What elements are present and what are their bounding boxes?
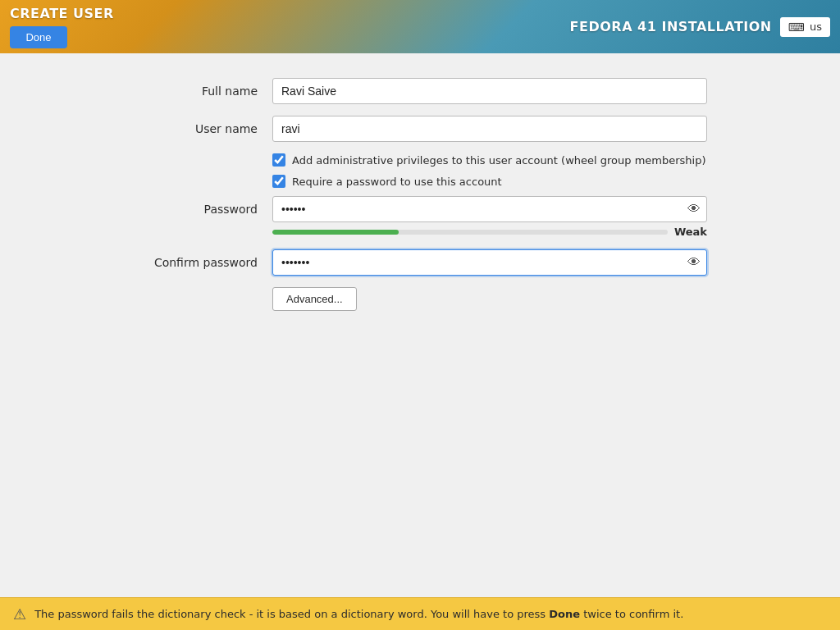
user-name-input-wrap	[272, 116, 707, 142]
main-content: Full name User name Add administrative p…	[0, 53, 840, 597]
password-row: Password 👁	[133, 196, 707, 222]
confirm-password-input-wrap: 👁	[272, 249, 707, 276]
strength-row: Weak	[272, 226, 707, 238]
user-name-row: User name	[133, 116, 707, 142]
confirm-password-label: Confirm password	[133, 256, 272, 269]
user-name-input[interactable]	[272, 116, 707, 142]
header-left: CREATE USER Done	[10, 6, 114, 48]
confirm-password-row: Confirm password 👁	[133, 249, 707, 276]
keyboard-indicator[interactable]: ⌨ us	[780, 17, 830, 37]
form-container: Full name User name Add administrative p…	[133, 78, 707, 311]
warning-text-before: The password fails the dictionary check …	[34, 608, 549, 620]
require-password-checkbox[interactable]	[272, 175, 285, 188]
header: CREATE USER Done FEDORA 41 INSTALLATION …	[0, 0, 840, 53]
done-button[interactable]: Done	[10, 26, 67, 48]
warning-bold-word: Done	[549, 608, 580, 620]
full-name-row: Full name	[133, 78, 707, 104]
advanced-row: Advanced...	[272, 287, 707, 311]
admin-checkbox-row: Add administrative privileges to this us…	[272, 153, 707, 167]
password-eye-icon[interactable]: 👁	[687, 203, 701, 216]
confirm-password-input[interactable]	[272, 249, 707, 276]
full-name-label: Full name	[133, 84, 272, 98]
require-password-row: Require a password to use this account	[272, 175, 707, 188]
warning-text-after: twice to confirm it.	[580, 608, 683, 620]
confirm-eye-icon[interactable]: 👁	[687, 256, 701, 269]
password-label: Password	[133, 203, 272, 216]
strength-label: Weak	[674, 226, 707, 238]
install-title: FEDORA 41 INSTALLATION	[570, 19, 772, 34]
require-password-label[interactable]: Require a password to use this account	[292, 176, 502, 188]
warning-bar: ⚠ The password fails the dictionary chec…	[0, 597, 840, 630]
password-input-wrap: 👁	[272, 196, 707, 222]
header-right: FEDORA 41 INSTALLATION ⌨ us	[570, 17, 830, 37]
user-name-label: User name	[133, 122, 272, 135]
full-name-input-wrap	[272, 78, 707, 104]
strength-bar-container	[272, 230, 668, 235]
keyboard-layout-label: us	[810, 21, 822, 33]
admin-privileges-label[interactable]: Add administrative privileges to this us…	[292, 154, 706, 167]
warning-icon: ⚠	[13, 605, 26, 623]
keyboard-icon: ⌨	[788, 21, 805, 34]
strength-bar-fill	[272, 230, 399, 235]
full-name-input[interactable]	[272, 78, 707, 104]
admin-privileges-checkbox[interactable]	[272, 153, 285, 167]
password-input[interactable]	[272, 196, 707, 222]
page-title: CREATE USER	[10, 6, 114, 21]
advanced-button[interactable]: Advanced...	[272, 287, 357, 311]
warning-text: The password fails the dictionary check …	[34, 608, 683, 620]
